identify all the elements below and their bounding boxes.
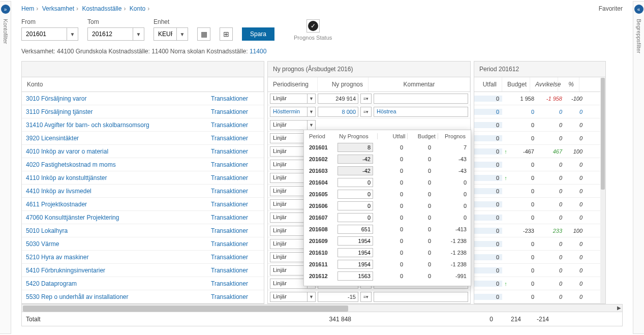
chevron-down-icon[interactable]: ▼ [307,120,315,130]
transaktioner-link[interactable]: Transaktioner [211,227,248,234]
ny-prognos-value[interactable]: -15 [318,292,358,302]
konto-link[interactable]: 5010 Lokalhyra [26,227,68,234]
kontofilter-sidebar[interactable]: » Kontofilter [0,1,11,334]
transaktioner-link[interactable]: Transaktioner [211,293,248,300]
popup-np-input[interactable] [338,260,373,269]
enhet-label: Enhet [154,18,188,25]
konto-link[interactable]: 4611 Projektkostnader [26,201,87,208]
transaktioner-link[interactable]: Transaktioner [211,121,248,129]
konto-link[interactable]: 4010 Inköp av varor o material [26,148,108,155]
kontofilter-label: Kontofilter [3,19,9,44]
popup-np-input[interactable] [338,166,373,175]
expand-detail-icon[interactable]: ≡▾ [360,292,372,302]
context-link[interactable]: 11400 [250,48,266,55]
transaktioner-link[interactable]: Transaktioner [211,135,248,142]
transaktioner-link[interactable]: Transaktioner [211,148,248,155]
vertical-scrollbar[interactable] [600,78,605,303]
transaktioner-link[interactable]: Transaktioner [211,280,248,287]
scrollbar-thumb[interactable] [23,306,348,312]
konto-link[interactable]: 4410 Inköp av livsmedel [26,188,91,195]
percent-cell: 100 [565,148,587,155]
popup-np-input[interactable] [338,271,373,281]
popup-np-input[interactable] [338,248,373,257]
begreppsfilter-sidebar[interactable]: « Begreppsfilter [633,1,644,334]
spara-button[interactable]: Spara [242,27,274,41]
chevron-down-icon[interactable]: ▼ [307,292,315,301]
expand-right-icon[interactable]: « [634,5,643,14]
begreppsfilter-label: Begreppsfilter [636,19,642,53]
transaktioner-link[interactable]: Transaktioner [211,267,248,274]
konto-link[interactable]: 4020 Fastighetskostnad m moms [26,161,116,168]
popup-np-input[interactable] [338,143,373,152]
table-row: 01 958-1 958-100 [474,92,605,105]
transaktioner-link[interactable]: Transaktioner [211,240,248,248]
konto-link[interactable]: 3920 Licensintäkter [26,135,79,142]
chevron-down-icon[interactable]: ▼ [67,28,78,40]
expand-detail-icon[interactable]: ≡▾ [360,107,372,117]
ny-prognos-value[interactable]: 8 000 [318,107,358,117]
konto-link[interactable]: 5410 Förbrukningsinventarier [26,267,105,274]
konto-link[interactable]: 5420 Dataprogram [26,280,77,287]
kommentar-input[interactable] [374,292,468,302]
konto-link[interactable]: 31410 Avgifter för barn- och skolbarnsom… [26,121,149,129]
enhet-input[interactable] [154,28,176,40]
popup-np-input[interactable] [338,155,373,164]
transaktioner-link[interactable]: Transaktioner [211,201,248,208]
periodisering-select[interactable]: Linjär▼ [270,120,316,130]
transaktioner-link[interactable]: Transaktioner [211,214,248,221]
transaktioner-link[interactable]: Transaktioner [211,254,248,261]
breadcrumb-hem[interactable]: Hem [21,5,34,12]
kommentar-input[interactable] [374,94,468,104]
popup-period: 201608 [307,226,338,232]
chevron-down-icon[interactable]: ▼ [307,107,315,116]
konto-link[interactable]: 47060 Konsulttjänster Projektering [26,214,119,221]
periodisering-select[interactable]: Linjär▼ [270,94,316,104]
scrollbar-thumb[interactable] [601,78,605,190]
transaktioner-link[interactable]: Transaktioner [211,95,248,102]
popup-np-input[interactable] [338,190,373,199]
scroll-right-icon[interactable]: ▶ [617,305,621,311]
popup-np-input[interactable] [338,178,373,187]
from-input[interactable] [22,28,67,40]
breadcrumb-verksamhet[interactable]: Verksamhet [42,5,74,12]
breadcrumb-kostnadsstalle[interactable]: Kostnadsställe [82,5,121,12]
popup-np-input[interactable] [338,213,373,222]
chevron-down-icon[interactable]: ▼ [307,94,315,103]
transaktioner-link[interactable]: Transaktioner [211,188,248,195]
chevron-down-icon[interactable]: ▼ [176,28,188,40]
expand-left-icon[interactable]: » [1,5,10,14]
prognos-status-button[interactable]: ✓ [306,19,320,33]
total-row: Totalt 341 848 0 214 -214 [21,312,623,326]
tom-select[interactable]: ▼ [87,27,144,41]
konto-link[interactable]: 4110 Inköp av konstulttjänster [26,174,107,181]
transaktioner-link[interactable]: Transaktioner [211,161,248,168]
konto-link[interactable]: 3010 Försäljning varor [26,95,86,102]
chevron-down-icon[interactable]: ▼ [133,28,144,40]
table-row: 4010 Inköp av varor o materialTransaktio… [22,145,264,158]
percent-cell: 0 [565,294,587,300]
favoriter-link[interactable]: Favoriter [599,5,623,12]
popup-prognos: -1 238 [431,238,467,244]
tom-input[interactable] [88,28,133,40]
kommentar-input[interactable]: Höstrea [374,107,468,117]
konto-link[interactable]: 5530 Rep o underhåll av installationer [26,293,128,300]
export-excel-icon[interactable]: ⊞ [220,27,233,41]
horizontal-scrollbar[interactable]: ▶ [21,304,623,312]
konto-link[interactable]: 3110 Försäljning tjänster [26,108,93,115]
popup-np-input[interactable] [338,225,373,234]
grid-icon[interactable]: ▦ [197,27,210,41]
expand-detail-icon[interactable]: ≡▾ [360,94,372,104]
from-select[interactable]: ▼ [21,27,78,41]
periodisering-select[interactable]: Hösttermin▼ [270,107,316,117]
konto-link[interactable]: 5030 Värme [26,240,59,248]
breadcrumb-konto[interactable]: Konto [130,5,145,12]
transaktioner-link[interactable]: Transaktioner [211,174,248,181]
ny-prognos-value[interactable]: 249 914 [318,94,358,104]
enhet-select[interactable]: ▼ [154,27,188,41]
popup-np-input[interactable] [338,236,373,246]
popup-row: 201606000 [307,200,468,211]
transaktioner-link[interactable]: Transaktioner [211,108,248,115]
konto-link[interactable]: 5210 Hyra av maskiner [26,254,88,261]
popup-np-input[interactable] [338,201,373,210]
periodisering-select[interactable]: Linjär▼ [270,292,316,302]
